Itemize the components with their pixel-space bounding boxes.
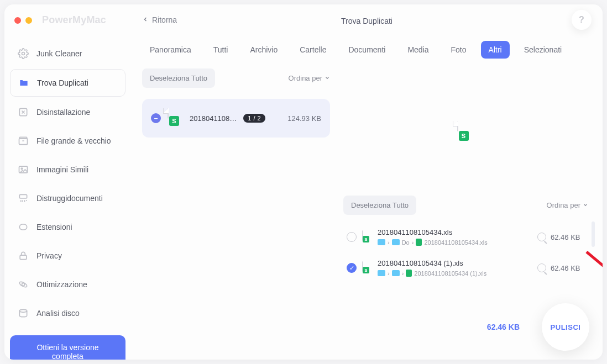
sidebar-item-shredder[interactable]: Distruggidocumenti xyxy=(10,185,125,212)
tab-tutti[interactable]: Tutti xyxy=(206,41,236,59)
tab-cartelle[interactable]: Cartelle xyxy=(292,41,334,59)
group-name: 2018041108… xyxy=(190,114,237,123)
file-list-toolbar: Deseleziona Tutto Ordina per xyxy=(340,196,592,220)
tab-documenti[interactable]: Documenti xyxy=(341,41,393,59)
shredder-icon xyxy=(18,193,29,204)
sidebar-item-privacy[interactable]: Privacy xyxy=(10,242,125,269)
sort-groups-button[interactable]: Ordina per xyxy=(289,74,330,82)
svg-rect-5 xyxy=(19,194,27,198)
lock-icon xyxy=(18,250,29,261)
sidebar-item-optimization[interactable]: Ottimizzazione xyxy=(10,271,125,298)
file-checkbox[interactable] xyxy=(347,232,357,242)
folder-icon xyxy=(378,270,385,276)
sidebar: PowerMyMac Junk Cleaner Trova Duplicati … xyxy=(4,4,131,360)
file-path: › › 2018041108105434 (1).xls xyxy=(378,270,532,277)
sidebar-nav: Junk Cleaner Trova Duplicati Disinstalla… xyxy=(10,40,125,329)
file-size: 62.46 KB xyxy=(551,264,585,272)
sort-label: Ordina per xyxy=(289,74,322,82)
sidebar-item-label: Estensioni xyxy=(36,223,72,231)
scrollbar-handle[interactable] xyxy=(592,221,595,247)
chevron-down-icon xyxy=(325,74,330,82)
sidebar-item-label: Analisi disco xyxy=(36,309,80,318)
sidebar-item-label: Privacy xyxy=(36,251,62,260)
document-icon xyxy=(406,270,412,277)
sidebar-item-label: Distruggidocumenti xyxy=(36,194,103,203)
app-icon xyxy=(18,107,29,118)
window-controls: PowerMyMac xyxy=(10,14,125,26)
selection-count-badge: 1 / 2 xyxy=(243,114,265,123)
sidebar-item-disk-analysis[interactable]: Analisi disco xyxy=(10,300,125,326)
deselect-all-files-button[interactable]: Deseleziona Tutto xyxy=(343,196,416,215)
clean-button[interactable]: PULISCI xyxy=(542,303,589,351)
sidebar-item-label: File grande & vecchio xyxy=(36,136,111,145)
tab-panoramica[interactable]: Panoramica xyxy=(142,41,199,59)
file-name: 2018041108105434 (1).xls xyxy=(378,259,532,267)
brand-name: PowerMyMac xyxy=(42,14,106,26)
sidebar-item-label: Ottimizzazione xyxy=(36,280,87,289)
folder-icon xyxy=(378,239,385,245)
tab-archivio[interactable]: Archivio xyxy=(242,41,285,59)
tab-media[interactable]: Media xyxy=(400,41,436,59)
svg-rect-7 xyxy=(20,255,27,260)
extension-icon xyxy=(18,221,29,233)
svg-point-4 xyxy=(21,168,23,170)
app-window: PowerMyMac Junk Cleaner Trova Duplicati … xyxy=(4,4,603,360)
page-title: Trova Duplicati xyxy=(341,17,393,25)
get-full-version-button[interactable]: Ottieni la versione completa xyxy=(10,335,125,360)
file-row: ✓ S 2018041108105434 (1).xls › › 2018041… xyxy=(343,255,588,281)
sort-label: Ordina per xyxy=(547,201,580,209)
spreadsheet-file-icon: S xyxy=(168,109,183,128)
box-icon xyxy=(18,135,29,146)
sidebar-item-extensions[interactable]: Estensioni xyxy=(10,214,125,240)
file-size: 62.46 KB xyxy=(551,233,585,241)
tab-altri[interactable]: Altri xyxy=(481,41,510,59)
sidebar-item-similar-images[interactable]: Immagini Simili xyxy=(10,156,125,183)
disk-icon xyxy=(18,308,29,319)
folders-icon xyxy=(18,77,29,88)
tab-foto[interactable]: Foto xyxy=(443,41,474,59)
back-label: Ritorna xyxy=(152,15,177,24)
group-size: 124.93 KB xyxy=(287,114,321,123)
folder-icon xyxy=(392,239,400,245)
reveal-in-finder-icon[interactable] xyxy=(537,263,546,272)
svg-point-0 xyxy=(22,52,25,55)
file-path: › Do› 2018041108105434.xls xyxy=(378,239,532,246)
back-button[interactable]: Ritorna xyxy=(142,15,177,24)
minimize-window-dot[interactable] xyxy=(25,17,32,24)
file-row-actions: 62.46 KB xyxy=(537,263,585,272)
sidebar-item-label: Trova Duplicati xyxy=(37,78,88,87)
sidebar-item-junk-cleaner[interactable]: Junk Cleaner xyxy=(10,40,125,67)
svg-rect-2 xyxy=(19,139,28,145)
document-icon xyxy=(416,239,422,246)
file-list: S 2018041108105434.xls › Do› 20180411081… xyxy=(340,220,592,284)
tab-selezionati[interactable]: Selezionati xyxy=(516,41,570,59)
file-info: 2018041108105434.xls › Do› 2018041108105… xyxy=(378,228,532,246)
file-row: S 2018041108105434.xls › Do› 20180411081… xyxy=(343,224,588,250)
chevron-left-icon xyxy=(142,15,149,24)
sidebar-item-label: Immagini Simili xyxy=(36,165,88,174)
reveal-in-finder-icon[interactable] xyxy=(537,233,546,241)
svg-point-8 xyxy=(22,283,25,286)
sidebar-item-large-old-files[interactable]: File grande & vecchio xyxy=(10,128,125,154)
orbit-icon xyxy=(18,279,29,290)
close-window-dot[interactable] xyxy=(14,17,21,24)
gear-icon xyxy=(18,48,29,59)
file-row-actions: 62.46 KB xyxy=(537,233,585,241)
help-button[interactable]: ? xyxy=(572,10,592,30)
footer-actions: 62.46 KB PULISCI xyxy=(487,303,589,351)
deselect-all-groups-button[interactable]: Deseleziona Tutto xyxy=(142,68,215,88)
image-icon xyxy=(18,164,29,175)
sidebar-item-label: Junk Cleaner xyxy=(36,49,82,58)
spreadsheet-file-icon: S xyxy=(457,122,475,143)
main-pane: Ritorna ? Trova Duplicati Panoramica Tut… xyxy=(131,4,603,360)
svg-rect-6 xyxy=(19,224,27,230)
duplicate-group-card[interactable]: – S 2018041108… 1 / 2 124.93 KB xyxy=(142,99,330,138)
preview-area: S xyxy=(340,68,592,196)
partial-select-indicator[interactable]: – xyxy=(151,113,161,123)
sidebar-item-find-duplicates[interactable]: Trova Duplicati xyxy=(10,69,125,97)
selected-total-size: 62.46 KB xyxy=(487,323,520,331)
filter-tabs: Panoramica Tutti Archivio Cartelle Docum… xyxy=(131,41,603,59)
sidebar-item-uninstaller[interactable]: Disinstallazione xyxy=(10,99,125,125)
sort-files-button[interactable]: Ordina per xyxy=(547,201,588,209)
file-checkbox[interactable]: ✓ xyxy=(347,263,357,273)
